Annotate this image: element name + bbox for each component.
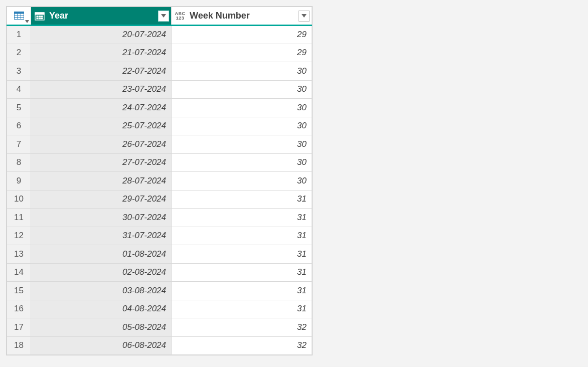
row-number[interactable]: 16 xyxy=(7,300,31,318)
table-row[interactable]: 726-07-202430 xyxy=(7,135,312,154)
cell-week-number[interactable]: 30 xyxy=(172,153,312,172)
date-type-icon[interactable] xyxy=(34,11,45,22)
cell-week-number[interactable]: 31 xyxy=(172,227,312,245)
chevron-down-icon xyxy=(161,14,166,18)
row-number[interactable]: 9 xyxy=(7,172,31,191)
row-number[interactable]: 6 xyxy=(7,117,31,135)
row-number[interactable]: 13 xyxy=(7,245,31,264)
cell-year[interactable]: 03-08-2024 xyxy=(31,282,172,300)
status-bar xyxy=(0,366,588,377)
cell-week-number[interactable]: 30 xyxy=(172,62,312,81)
table-row[interactable]: 625-07-202430 xyxy=(7,117,312,135)
svg-rect-13 xyxy=(41,18,43,19)
cell-year[interactable]: 27-07-2024 xyxy=(31,153,172,172)
row-number[interactable]: 7 xyxy=(7,135,31,154)
table-row[interactable]: 1604-08-202431 xyxy=(7,300,312,318)
row-number[interactable]: 11 xyxy=(7,209,31,227)
table-row[interactable]: 423-07-202430 xyxy=(7,80,312,99)
row-number[interactable]: 4 xyxy=(7,80,31,99)
chevron-down-icon xyxy=(302,14,307,18)
row-number[interactable]: 14 xyxy=(7,263,31,282)
cell-year[interactable]: 26-07-2024 xyxy=(31,135,172,154)
table-row[interactable]: 1301-08-202431 xyxy=(7,245,312,264)
table-row[interactable]: 1029-07-202431 xyxy=(7,190,312,209)
row-number[interactable]: 10 xyxy=(7,190,31,209)
cell-week-number[interactable]: 31 xyxy=(172,190,312,209)
row-number[interactable]: 2 xyxy=(7,44,31,62)
header-row: Year ABC123 Week Number xyxy=(7,7,312,26)
cell-week-number[interactable]: 30 xyxy=(172,117,312,135)
row-number[interactable]: 15 xyxy=(7,282,31,300)
table: Year ABC123 Week Number xyxy=(7,7,312,355)
table-row[interactable]: 524-07-202430 xyxy=(7,99,312,117)
table-row[interactable]: 1402-08-202431 xyxy=(7,263,312,282)
cell-week-number[interactable]: 31 xyxy=(172,245,312,264)
cell-week-number[interactable]: 30 xyxy=(172,99,312,117)
cell-week-number[interactable]: 29 xyxy=(172,44,312,62)
svg-rect-1 xyxy=(14,12,24,14)
cell-week-number[interactable]: 29 xyxy=(172,26,312,44)
svg-rect-8 xyxy=(37,16,38,17)
table-row[interactable]: 1231-07-202431 xyxy=(7,227,312,245)
svg-rect-9 xyxy=(39,16,41,17)
svg-rect-11 xyxy=(37,18,38,19)
row-number[interactable]: 1 xyxy=(7,26,31,44)
any-type-icon[interactable]: ABC123 xyxy=(175,11,186,22)
cell-year[interactable]: 25-07-2024 xyxy=(31,117,172,135)
cell-week-number[interactable]: 31 xyxy=(172,209,312,227)
table-row[interactable]: 221-07-202429 xyxy=(7,44,312,62)
cell-week-number[interactable]: 30 xyxy=(172,80,312,99)
table-row[interactable]: 322-07-202430 xyxy=(7,62,312,81)
cell-week-number[interactable]: 31 xyxy=(172,282,312,300)
column-label: Week Number xyxy=(190,11,295,21)
table-icon xyxy=(14,12,24,21)
cell-week-number[interactable]: 31 xyxy=(172,300,312,318)
cell-year[interactable]: 30-07-2024 xyxy=(31,209,172,227)
cell-year[interactable]: 23-07-2024 xyxy=(31,80,172,99)
svg-rect-12 xyxy=(39,18,41,19)
chevron-down-icon xyxy=(25,20,29,23)
cell-year[interactable]: 05-08-2024 xyxy=(31,318,172,337)
select-all-corner[interactable] xyxy=(7,7,31,26)
cell-year[interactable]: 21-07-2024 xyxy=(31,44,172,62)
data-grid: Year ABC123 Week Number xyxy=(6,6,313,355)
cell-year[interactable]: 06-08-2024 xyxy=(31,336,172,355)
cell-week-number[interactable]: 32 xyxy=(172,318,312,337)
row-number[interactable]: 8 xyxy=(7,153,31,172)
column-header-week-number[interactable]: ABC123 Week Number xyxy=(172,7,312,26)
cell-year[interactable]: 24-07-2024 xyxy=(31,99,172,117)
cell-year[interactable]: 29-07-2024 xyxy=(31,190,172,209)
cell-week-number[interactable]: 30 xyxy=(172,135,312,154)
table-row[interactable]: 1503-08-202431 xyxy=(7,282,312,300)
cell-year[interactable]: 28-07-2024 xyxy=(31,172,172,191)
cell-week-number[interactable]: 32 xyxy=(172,336,312,355)
cell-week-number[interactable]: 30 xyxy=(172,172,312,191)
cell-week-number[interactable]: 31 xyxy=(172,263,312,282)
cell-year[interactable]: 22-07-2024 xyxy=(31,62,172,81)
table-row[interactable]: 1130-07-202431 xyxy=(7,209,312,227)
column-label: Year xyxy=(49,11,154,21)
table-row[interactable]: 1705-08-202432 xyxy=(7,318,312,337)
filter-button-year[interactable] xyxy=(158,11,169,22)
cell-year[interactable]: 01-08-2024 xyxy=(31,245,172,264)
table-row[interactable]: 928-07-202430 xyxy=(7,172,312,191)
svg-rect-10 xyxy=(41,16,43,17)
table-row[interactable]: 827-07-202430 xyxy=(7,153,312,172)
column-header-year[interactable]: Year xyxy=(31,7,172,26)
row-number[interactable]: 18 xyxy=(7,336,31,355)
cell-year[interactable]: 20-07-2024 xyxy=(31,26,172,44)
row-number[interactable]: 3 xyxy=(7,62,31,81)
cell-year[interactable]: 04-08-2024 xyxy=(31,300,172,318)
cell-year[interactable]: 02-08-2024 xyxy=(31,263,172,282)
table-row[interactable]: 120-07-202429 xyxy=(7,26,312,44)
row-number[interactable]: 5 xyxy=(7,99,31,117)
table-row[interactable]: 1806-08-202432 xyxy=(7,336,312,355)
cell-year[interactable]: 31-07-2024 xyxy=(31,227,172,245)
row-number[interactable]: 17 xyxy=(7,318,31,337)
svg-rect-7 xyxy=(35,13,44,15)
filter-button-week-number[interactable] xyxy=(299,11,310,22)
row-number[interactable]: 12 xyxy=(7,227,31,245)
